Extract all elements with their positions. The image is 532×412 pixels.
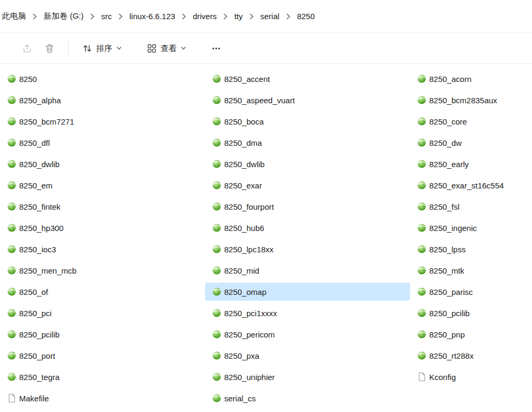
file-item[interactable]: 8250_pcilib xyxy=(410,304,532,322)
file-item[interactable]: 8250_mid xyxy=(205,261,410,279)
file-name-label: 8250_alpha xyxy=(19,96,61,105)
source-file-icon xyxy=(417,117,427,126)
file-name-label: 8250_pcilib xyxy=(19,330,60,339)
breadcrumb-item[interactable]: src xyxy=(96,9,117,23)
file-item[interactable]: 8250_dwlib xyxy=(0,155,205,173)
file-item[interactable]: 8250_parisc xyxy=(410,283,532,301)
file-item[interactable]: 8250_pcilib xyxy=(0,325,205,343)
file-name-label: 8250_ingenic xyxy=(429,224,477,233)
file-item[interactable]: 8250_early xyxy=(410,155,532,173)
file-item[interactable]: 8250_boca xyxy=(205,112,410,130)
file-item[interactable]: 8250_fsl xyxy=(410,197,532,216)
delete-button[interactable] xyxy=(38,38,61,59)
file-item[interactable]: 8250_pci1xxxx xyxy=(205,304,410,322)
source-file-icon xyxy=(7,329,17,339)
file-item[interactable]: 8250_alpha xyxy=(0,91,205,109)
file-name-label: 8250_fourport xyxy=(224,202,274,211)
file-item[interactable]: 8250 xyxy=(0,70,205,88)
file-item[interactable]: 8250_hub6 xyxy=(205,219,410,237)
file-item[interactable]: 8250_lpc18xx xyxy=(205,240,410,258)
file-name-label: 8250_dw xyxy=(429,138,462,147)
file-item[interactable]: 8250_exar_st16c554 xyxy=(410,176,532,194)
share-button[interactable] xyxy=(16,38,38,59)
breadcrumb-item[interactable]: 新加卷 (G:) xyxy=(39,9,88,24)
breadcrumb-item[interactable]: drivers xyxy=(188,9,222,23)
source-file-icon xyxy=(7,95,17,105)
file-item[interactable]: 8250_men_mcb xyxy=(0,261,205,279)
file-item[interactable]: 8250_ingenic xyxy=(410,219,532,237)
file-name-label: Kconfig xyxy=(429,373,456,382)
breadcrumb-item[interactable]: linux-6.6.123 xyxy=(125,9,180,23)
file-item[interactable]: 8250_pericom xyxy=(205,325,410,343)
file-item[interactable]: 8250_dma xyxy=(205,134,410,152)
file-item[interactable]: 8250_pxa xyxy=(205,347,410,365)
breadcrumb-item[interactable]: tty xyxy=(230,9,248,23)
file-item[interactable]: serial_cs xyxy=(205,389,410,407)
breadcrumb-label: drivers xyxy=(193,12,217,21)
file-name-label: 8250_tegra xyxy=(19,373,60,382)
file-item[interactable]: 8250_core xyxy=(410,112,532,130)
file-item[interactable]: 8250_pnp xyxy=(410,325,532,343)
source-file-icon xyxy=(417,308,427,318)
source-file-icon xyxy=(417,266,427,275)
file-item[interactable]: 8250_tegra xyxy=(0,368,205,386)
file-name-label: 8250_mtk xyxy=(429,266,464,275)
file-item[interactable]: 8250_mtk xyxy=(410,261,532,279)
source-file-icon xyxy=(212,287,222,296)
file-item[interactable]: 8250_omap xyxy=(205,283,410,301)
file-item[interactable]: 8250_hp300 xyxy=(0,219,205,237)
source-file-icon xyxy=(212,244,222,254)
file-item[interactable]: 8250_rt288x xyxy=(410,347,532,365)
file-item[interactable]: 8250_dfl xyxy=(0,134,205,152)
view-button[interactable]: 查看 xyxy=(141,38,192,59)
file-item[interactable]: 8250_port xyxy=(0,347,205,365)
view-button-label: 查看 xyxy=(161,44,177,52)
source-file-icon xyxy=(7,180,17,190)
chevron-right-icon xyxy=(182,13,186,20)
sort-button[interactable]: 排序 xyxy=(76,38,128,59)
source-file-icon xyxy=(7,266,17,275)
chevron-down-icon xyxy=(116,45,122,51)
file-item[interactable]: 8250_aspeed_vuart xyxy=(205,91,410,109)
file-item[interactable]: 8250_bcm7271 xyxy=(0,112,205,130)
breadcrumb-item[interactable]: 8250 xyxy=(292,9,320,23)
breadcrumb-item[interactable]: serial xyxy=(256,9,284,23)
file-item[interactable]: 8250_bcm2835aux xyxy=(410,91,532,109)
source-file-icon xyxy=(7,117,17,126)
source-file-icon xyxy=(212,308,222,318)
file-item[interactable]: 8250_fourport xyxy=(205,197,410,216)
file-name-label: 8250_of xyxy=(19,287,48,296)
file-name-label: 8250_lpss xyxy=(429,245,465,254)
file-item[interactable]: 8250_dwlib xyxy=(205,155,410,173)
file-item[interactable]: 8250_accent xyxy=(205,70,410,88)
file-name-label: 8250_pci1xxxx xyxy=(224,309,277,318)
file-item[interactable]: Makefile xyxy=(0,389,205,407)
file-name-label: 8250_uniphier xyxy=(224,373,275,382)
toolbar: 排序 查看 xyxy=(0,32,532,64)
more-options-button[interactable] xyxy=(205,38,227,59)
file-name-label: 8250_em xyxy=(19,181,53,190)
breadcrumb-label: tty xyxy=(234,12,243,21)
file-item[interactable]: 8250_uniphier xyxy=(205,368,410,386)
source-file-icon xyxy=(417,223,427,233)
breadcrumb: 此电脑 新加卷 (G:) src linux-6.6.123 drivers t… xyxy=(0,0,532,32)
source-file-icon xyxy=(417,159,427,169)
file-name-label: 8250_rt288x xyxy=(429,351,473,360)
toolbar-divider xyxy=(68,42,69,55)
source-file-icon xyxy=(212,180,222,190)
file-item[interactable]: 8250_dw xyxy=(410,134,532,152)
file-item[interactable]: 8250_em xyxy=(0,176,205,194)
more-icon xyxy=(211,43,222,54)
file-item[interactable]: 8250_of xyxy=(0,283,205,301)
breadcrumb-item[interactable]: 此电脑 xyxy=(1,9,31,24)
view-grid-icon xyxy=(146,43,157,54)
file-item[interactable]: Kconfig xyxy=(410,368,532,386)
file-item[interactable]: 8250_pci xyxy=(0,304,205,322)
file-item[interactable]: 8250_lpss xyxy=(410,240,532,258)
file-name-label: 8250_mid xyxy=(224,266,259,275)
file-item[interactable]: 8250_ioc3 xyxy=(0,240,205,258)
file-item[interactable]: 8250_exar xyxy=(205,176,410,194)
file-item[interactable]: 8250_fintek xyxy=(0,197,205,216)
chevron-right-icon xyxy=(249,13,254,20)
file-item[interactable]: 8250_acorn xyxy=(410,70,532,88)
